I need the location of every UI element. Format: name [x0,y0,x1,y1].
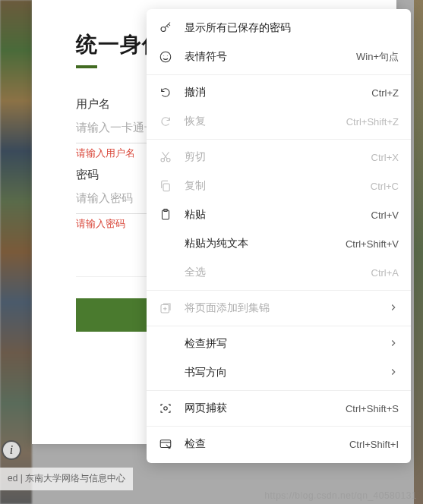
context-menu-shortcut: Ctrl+Shift+I [349,439,399,450]
context-menu-shortcut: Ctrl+Z [371,87,399,99]
cut-icon [157,149,174,165]
info-icon[interactable]: i [2,440,21,460]
context-menu-item: 剪切Ctrl+X [147,143,411,172]
context-menu-label: 将页面添加到集锦 [185,301,388,315]
context-menu-shortcut: Win+句点 [356,50,399,64]
blank-icon [157,335,174,352]
context-menu-label: 撤消 [185,86,371,99]
undo-icon [157,84,174,101]
context-menu-label: 网页捕获 [185,402,346,415]
context-menu-item: 恢复Ctrl+Shift+Z [147,107,411,136]
context-menu-label: 书写方向 [185,366,388,380]
footer-text: ed | 东南大学网络与信息中心 [0,468,133,490]
context-menu-label: 表情符号 [185,50,356,64]
context-menu-separator [147,390,411,391]
context-menu-item[interactable]: 粘贴Ctrl+V [147,200,411,229]
context-menu-item[interactable]: 显示所有已保存的密码 [147,14,411,43]
context-menu-label: 显示所有已保存的密码 [185,21,399,35]
context-menu-separator [147,290,411,291]
context-menu-label: 剪切 [185,150,371,164]
svg-point-0 [161,27,166,32]
context-menu-label: 检查 [185,437,349,451]
context-menu-item[interactable]: 撤消Ctrl+Z [147,78,411,107]
copy-icon [157,178,174,194]
capture-icon [157,400,174,417]
blank-icon [157,364,174,381]
context-menu-shortcut: Ctrl+C [371,181,399,192]
context-menu-label: 恢复 [185,115,346,128]
key-icon [157,20,174,36]
redo-icon [157,113,174,130]
context-menu-item: 将页面添加到集锦 [147,294,411,323]
collections-icon [157,300,174,317]
context-menu-separator [147,326,411,326]
context-menu-shortcut: Ctrl+X [371,152,399,163]
context-menu: 显示所有已保存的密码表情符号Win+句点撤消Ctrl+Z恢复Ctrl+Shift… [147,9,411,463]
context-menu-shortcut: Ctrl+Shift+V [346,238,399,250]
context-menu-item[interactable]: 网页捕获Ctrl+Shift+S [147,394,411,423]
svg-point-10 [164,407,168,411]
context-menu-item: 全选Ctrl+A [147,258,411,287]
paste-icon [157,206,174,223]
context-menu-shortcut: Ctrl+V [371,209,399,221]
svg-rect-6 [163,184,169,191]
context-menu-item[interactable]: 检查Ctrl+Shift+I [147,430,411,458]
context-menu-separator [147,426,411,427]
context-menu-shortcut: Ctrl+Shift+S [346,403,399,414]
context-menu-label: 粘贴 [185,208,371,222]
svg-point-3 [167,55,168,56]
background-right-strip [414,0,423,504]
svg-point-2 [163,55,164,56]
inspect-icon [157,436,174,452]
context-menu-label: 复制 [185,179,371,193]
chevron-right-icon [388,338,399,351]
svg-rect-11 [160,440,171,448]
blank-icon [157,235,174,252]
chevron-right-icon [388,367,399,380]
context-menu-label: 检查拼写 [185,337,388,351]
context-menu-separator [147,74,411,75]
watermark: https://blog.csdn.net/qn_40580131 [264,490,417,501]
context-menu-item[interactable]: 书写方向 [147,358,411,387]
context-menu-separator [147,139,411,140]
context-menu-item: 复制Ctrl+C [147,172,411,200]
context-menu-shortcut: Ctrl+A [371,267,399,279]
context-menu-item[interactable]: 粘贴为纯文本Ctrl+Shift+V [147,229,411,258]
context-menu-label: 全选 [185,266,371,279]
context-menu-label: 粘贴为纯文本 [185,237,346,250]
emoji-icon [157,49,174,65]
context-menu-item[interactable]: 检查拼写 [147,329,411,358]
context-menu-shortcut: Ctrl+Shift+Z [346,116,399,128]
background-left-strip [0,0,32,504]
title-underline [76,65,97,68]
svg-point-1 [160,52,171,62]
chevron-right-icon [388,302,399,315]
context-menu-item[interactable]: 表情符号Win+句点 [147,43,411,71]
blank-icon [157,264,174,281]
